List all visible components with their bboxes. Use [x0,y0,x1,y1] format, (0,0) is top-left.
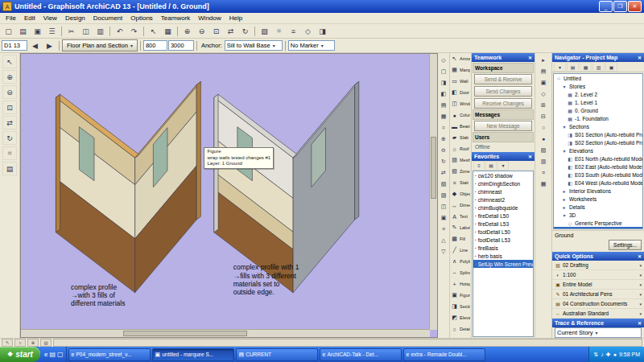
teamwork-row[interactable]: Send & Receive [474,74,532,84]
layers-icon[interactable]: ▤ [2,162,17,175]
arrow-tool-icon[interactable]: ↖ [147,25,160,38]
toolbox-tool[interactable]: ▣ Figure [450,290,471,301]
teamwork-row[interactable]: New Message [474,121,532,131]
pan-icon[interactable]: ⇄ [2,116,17,130]
menu-item[interactable]: Help [225,14,246,22]
teamwork-palette-header[interactable]: Teamwork [472,53,535,62]
redo-icon[interactable]: ↷ [127,25,141,38]
network-icon[interactable]: ⇅ [593,352,598,358]
toolbox-tool[interactable]: ○ Detail [450,323,471,335]
toolbox-tool[interactable]: ▨ Mesh [450,154,471,166]
favorites-item[interactable]: ▪ fireBasis [473,244,533,252]
window-icon[interactable]: ◫ [439,201,448,212]
teamwork-row[interactable]: Workspace [473,63,534,73]
previous-icon[interactable]: ◀ [28,39,42,52]
navigator-tree-item[interactable]: ▦ 1. Level 1 [554,98,642,106]
task-untitled-archicad[interactable]: ▣ untitled - marquee S... [152,348,234,361]
task-extra-remade[interactable]: e extra - Remade Doubl... [403,348,485,361]
mesh-icon[interactable]: ▨ [439,190,448,200]
navigator-tree-item[interactable]: ▦ 0. Ground [554,106,642,114]
toolbox-tool[interactable]: ▭ Wall [450,76,471,87]
zoom-out-icon[interactable]: ⊖ [195,25,208,38]
annotation-left[interactable]: complex profile →with 3 fills of differe… [71,283,125,308]
settings-button[interactable]: Settings... [609,240,642,250]
minimize-button[interactable]: _ [599,1,613,12]
navigator-tree-item[interactable]: ▾ Sections [554,122,642,130]
layers-icon[interactable]: ▧ [258,25,271,38]
zoom-out-icon[interactable]: ⊖ [2,85,17,99]
orbit-icon[interactable]: ↻ [439,156,448,167]
maximize-button[interactable]: ❐ [613,1,627,12]
toolbox-tool[interactable]: ~ Spline [450,267,471,278]
fit-in-window-icon[interactable]: ⊡ [209,25,223,38]
favorites-item[interactable]: ▪ chimBuqibquside [473,204,533,212]
layout-book-icon[interactable]: ▥ [592,62,605,72]
new-icon[interactable]: ▢ [2,25,15,38]
toolbox-tool[interactable]: ≡ Stair [450,177,471,188]
marquee-icon[interactable]: ▦ [537,179,550,189]
down-icon[interactable]: ▽ [439,246,448,257]
toolbox-tool[interactable]: ◧ Door [450,87,471,98]
favorites-item[interactable]: ▪ fireDetail L53 [473,220,533,228]
favorites-item[interactable]: ▪ chimDingbSection [473,179,533,187]
pan-icon[interactable]: ⇄ [439,167,448,178]
task-p04-street[interactable]: e P04_modern_street_v... [68,348,151,361]
zone-icon[interactable]: ▧ [439,179,448,189]
navigator-tree-item[interactable]: ◨ S02 Section (Auto-rebuild Proof) [554,138,642,146]
toolbox-tool[interactable]: ▰ Slab [450,132,471,143]
favorites-settings-icon[interactable]: ▾ [497,161,509,171]
navigator-tree-item[interactable]: ◨ S01 Section (Auto-rebuild Proof) [554,130,642,138]
trace-reference-header[interactable]: Trace & Reference [552,319,644,327]
favorites-item[interactable]: ▪ footDetail L50 [473,228,533,236]
favorites-palette-header[interactable]: Favorites [472,152,535,161]
wall-assembly-left[interactable] [56,82,200,293]
pan-icon[interactable]: ⇄ [224,25,237,38]
quick-option-row[interactable]: ▣ Entire Model [552,280,644,290]
navigator-tree-item[interactable]: ◧ E03 South (Auto-rebuild Model) [554,171,642,179]
volume-icon[interactable]: ♪ [601,352,604,358]
favorites-item[interactable]: ▪ herb basis [473,252,533,260]
favorites-folder-view-icon[interactable]: ▤ [485,161,497,171]
worksheet-icon[interactable]: ▤ [537,66,550,76]
toolbox-tool[interactable]: ▦ Marquee [450,64,471,76]
toolbox-tool[interactable]: ◫ Window [450,98,471,109]
height-field[interactable]: 3000 [168,40,194,51]
grid-icon[interactable]: ⌗ [272,25,286,38]
teamwork-row[interactable]: Offline [473,142,534,151]
project-map-icon[interactable]: ▤ [567,62,579,72]
toolbox-tool[interactable]: A Text [450,211,471,222]
drawing-icon[interactable]: ▣ [537,77,550,88]
toolbox-tool[interactable]: ▩ Fill [450,233,471,245]
list-icon[interactable]: ≡ [439,224,448,234]
status-layer-icon[interactable]: ▤ [40,339,52,347]
teamwork-row[interactable]: Messages [473,109,534,120]
undo-icon[interactable]: ↶ [113,25,126,38]
grid-icon[interactable]: ⌗ [439,122,448,133]
element-id-field[interactable]: D1 13 [2,40,27,51]
open-icon[interactable]: ▤ [16,25,30,38]
favorites-item[interactable]: ▪ footDetail L53 [473,236,533,244]
publisher-icon[interactable]: ▣ [605,62,617,72]
menu-item[interactable]: Design [61,14,89,22]
favorites-item[interactable]: ▪ chimneast [473,187,533,195]
quicklaunch-desktop-icon[interactable]: ▢ [57,351,64,358]
annotation-right[interactable]: complex profile with 1 →fills with 3 dif… [233,263,299,296]
next-icon[interactable]: ▶ [43,39,56,52]
task-current[interactable]: ▤ CURRENT [236,348,318,361]
titlebar[interactable]: A Untitled - Graphisoft ArchiCAD 13 - [U… [0,0,644,13]
toolbox-tool[interactable]: ● Column [450,109,471,121]
marker-dropdown[interactable]: No Marker [288,40,335,51]
toolbar-icon[interactable] [61,27,62,36]
view-elevation-icon[interactable]: ◧ [439,88,448,99]
menu-item[interactable]: Document [89,14,126,22]
3d-view-icon[interactable]: ◇ [301,25,315,38]
wall-assembly-right[interactable] [214,82,359,293]
project-chooser-icon[interactable]: ▾ [554,62,566,72]
3d-canvas[interactable]: Figurewrap walls tested changes #1Layer:… [20,53,438,338]
navigator-tree-item[interactable]: ◧ E02 East (Auto-rebuild Model) [554,162,642,171]
status-zoom-icon[interactable]: ⊕ [27,339,39,347]
cut-icon[interactable]: ✂ [64,25,78,38]
width-field[interactable]: 800 [143,40,167,51]
tray-clock[interactable]: 9:58 PM [619,352,640,357]
vertical-scroll-thumb[interactable] [431,137,436,199]
